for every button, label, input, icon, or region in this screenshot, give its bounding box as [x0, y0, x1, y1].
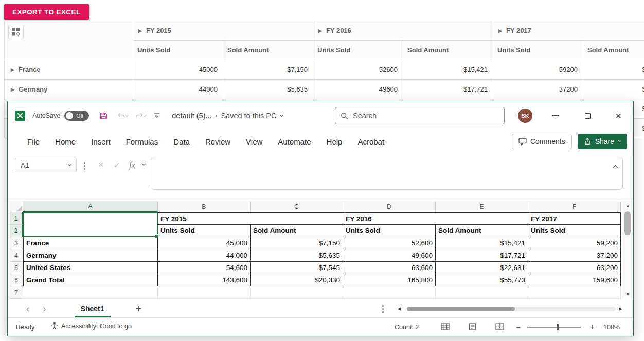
col-header-d[interactable]: D — [343, 201, 436, 212]
grid-cell[interactable] — [436, 286, 528, 299]
tab-insert[interactable]: Insert — [91, 137, 111, 146]
pivot-col-fy2015[interactable]: ▶ FY 2015 — [133, 21, 313, 41]
col-header-c[interactable]: C — [251, 201, 343, 212]
search-input[interactable] — [353, 112, 499, 120]
insert-function-icon[interactable]: fx — [129, 160, 135, 170]
fx-dropdown-icon[interactable] — [142, 162, 146, 166]
row-header-5[interactable]: 5 — [10, 262, 23, 274]
zoom-slider[interactable] — [527, 327, 581, 328]
vertical-scrollbar[interactable]: ▲ ▼ — [622, 201, 633, 299]
comments-button[interactable]: Comments — [512, 134, 572, 149]
maximize-button[interactable] — [579, 101, 596, 130]
grid-cell[interactable]: Grand Total — [23, 274, 158, 286]
grid-cell[interactable]: $15,421 — [436, 237, 528, 249]
grid-cell[interactable]: 52,600 — [343, 237, 436, 249]
col-header-e[interactable]: E — [436, 201, 528, 212]
cancel-icon[interactable]: × — [98, 159, 104, 170]
grid-cell[interactable]: $55,773 — [436, 274, 528, 286]
undo-dropdown-icon[interactable] — [125, 113, 129, 117]
save-status-dropdown-icon[interactable] — [280, 113, 283, 117]
grid-cell[interactable]: 54,600 — [158, 262, 251, 274]
expand-icon[interactable]: ▶ — [11, 67, 14, 73]
tab-home[interactable]: Home — [55, 137, 76, 146]
grid-settings-icon[interactable] — [8, 25, 24, 39]
row-header-3[interactable]: 3 — [10, 237, 23, 249]
tab-acrobat[interactable]: Acrobat — [357, 137, 384, 146]
name-box[interactable]: A1 — [15, 158, 77, 172]
grid-cell[interactable]: 45,000 — [158, 237, 251, 249]
sheet-tab-sheet1[interactable]: Sheet1 — [72, 299, 113, 317]
grid-cell[interactable] — [343, 286, 436, 299]
grid-cell[interactable]: $22,631 — [436, 262, 528, 274]
grid-cell[interactable]: FY 2017 — [528, 212, 621, 225]
zoom-in-button[interactable]: + — [590, 322, 595, 331]
formula-input[interactable] — [151, 157, 623, 190]
add-sheet-button[interactable]: + — [136, 303, 142, 314]
col-header-a[interactable]: A — [23, 201, 158, 212]
tab-review[interactable]: Review — [205, 137, 230, 146]
grid-cell[interactable]: FY 2016 — [343, 212, 528, 225]
grid-cell[interactable]: 37,200 — [528, 249, 621, 262]
normal-view-icon[interactable] — [441, 323, 450, 330]
grid-cell[interactable]: $5,635 — [251, 249, 343, 262]
grid-cell[interactable] — [251, 286, 343, 299]
redo-dropdown-icon[interactable] — [143, 113, 147, 117]
tab-file[interactable]: File — [27, 137, 40, 146]
page-break-view-icon[interactable] — [495, 323, 504, 330]
pivot-row-germany[interactable]: ▶ Germany — [5, 80, 133, 99]
expand-icon[interactable]: ▶ — [138, 28, 142, 33]
grid-cell[interactable]: Units Sold — [158, 225, 251, 237]
tab-formulas[interactable]: Formulas — [126, 137, 158, 146]
horizontal-scrollbar[interactable] — [407, 307, 616, 311]
grid-cell[interactable]: 59,200 — [528, 237, 621, 249]
document-save-status[interactable]: Saved to this PC — [221, 112, 276, 120]
grid-cell[interactable] — [158, 286, 251, 299]
tab-overflow-icon[interactable] — [382, 304, 384, 313]
zoom-level[interactable]: 100% — [603, 324, 620, 331]
grid-cell[interactable]: $7,545 — [251, 262, 343, 274]
export-to-excel-button[interactable]: EXPORT TO EXCEL — [4, 4, 89, 20]
grid-cell[interactable]: France — [23, 237, 158, 249]
document-title[interactable]: default (5)... — [172, 112, 211, 120]
sheet-nav-right-icon[interactable]: › — [43, 303, 46, 313]
grid-cell[interactable]: 165,800 — [343, 274, 436, 286]
grid-cell[interactable]: Units Sold — [343, 225, 436, 237]
excel-logo-icon[interactable] — [15, 111, 25, 121]
tab-view[interactable]: View — [246, 137, 262, 146]
search-box[interactable] — [335, 107, 505, 124]
redo-icon[interactable] — [135, 113, 146, 119]
grid-cell[interactable]: Sold Amount — [251, 225, 343, 237]
sheet-nav-left-icon[interactable]: ‹ — [26, 303, 29, 313]
share-button[interactable]: Share — [578, 134, 627, 149]
name-box-dropdown-icon[interactable] — [68, 163, 71, 166]
vertical-scrollbar-thumb[interactable] — [624, 211, 631, 235]
hscroll-right-icon[interactable]: ▶ — [619, 306, 622, 311]
share-dropdown-icon[interactable] — [618, 139, 621, 142]
pivot-row-france[interactable]: ▶ France — [5, 60, 133, 80]
row-header-4[interactable]: 4 — [10, 249, 23, 262]
minimize-button[interactable] — [547, 101, 564, 130]
zoom-out-button[interactable]: − — [516, 322, 521, 331]
col-header-b[interactable]: B — [158, 201, 251, 212]
tab-help[interactable]: Help — [327, 137, 343, 146]
row-header-1[interactable]: 1 — [10, 212, 23, 225]
grid-cell[interactable]: $20,330 — [251, 274, 343, 286]
row-header-7[interactable]: 7 — [10, 286, 23, 299]
zoom-slider-thumb[interactable] — [557, 324, 559, 330]
grid-cell[interactable]: 63,200 — [528, 262, 621, 274]
grid-cell[interactable]: United States — [23, 262, 158, 274]
grid-cell[interactable]: Germany — [23, 249, 158, 262]
grid-cell[interactable] — [23, 286, 158, 299]
grid-cell[interactable]: 159,600 — [528, 274, 621, 286]
row-header-2[interactable]: 2 — [10, 225, 23, 237]
row-header-6[interactable]: 6 — [10, 274, 23, 286]
col-header-f[interactable]: F — [528, 201, 621, 212]
grid-cell[interactable]: 49,600 — [343, 249, 436, 262]
horizontal-scrollbar-thumb[interactable] — [407, 307, 515, 311]
grid-cell[interactable]: 63,600 — [343, 262, 436, 274]
pivot-col-fy2016[interactable]: ▶ FY 2016 — [313, 21, 493, 41]
grid-cell[interactable]: $17,721 — [436, 249, 528, 262]
expand-icon[interactable]: ▶ — [498, 28, 502, 33]
grid-cell[interactable]: 44,000 — [158, 249, 251, 262]
page-layout-view-icon[interactable] — [468, 323, 477, 330]
